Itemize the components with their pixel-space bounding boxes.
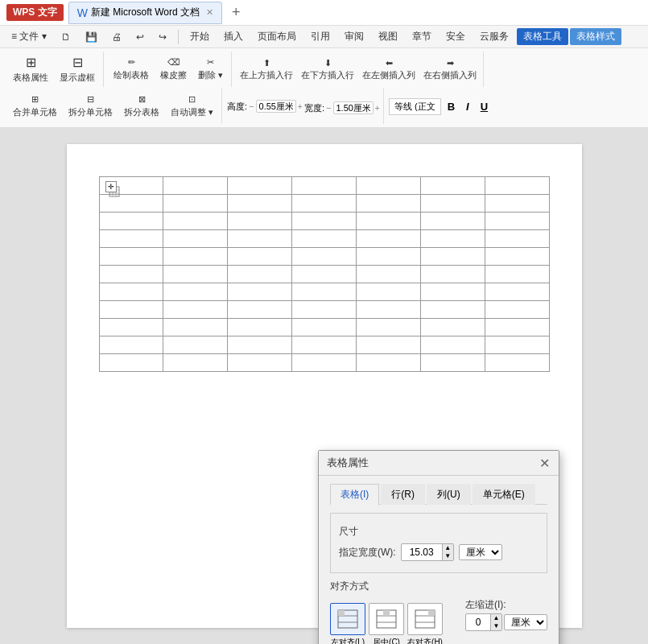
table-cell bbox=[485, 301, 549, 319]
menu-save[interactable]: 💾 bbox=[79, 30, 104, 44]
tb-delete[interactable]: ✂ 删除 ▾ bbox=[193, 53, 228, 85]
table-cell bbox=[420, 354, 485, 372]
menu-print[interactable]: 🖨 bbox=[105, 30, 128, 44]
height-input[interactable] bbox=[256, 100, 296, 113]
tb-merge-cells[interactable]: ⊞ 合并单元格 bbox=[8, 90, 62, 122]
align-left-icon bbox=[336, 609, 359, 630]
tb-draw-table[interactable]: ✏ 绘制表格 bbox=[109, 53, 154, 85]
height-minus[interactable]: − bbox=[249, 101, 254, 111]
table-cell bbox=[485, 248, 549, 266]
table-cell bbox=[356, 319, 420, 336]
indent-spin-down[interactable]: ▼ bbox=[490, 622, 501, 630]
dialog-tab-cell[interactable]: 单元格(E) bbox=[473, 484, 535, 505]
table-cell bbox=[356, 195, 420, 213]
menu-insert[interactable]: 插入 bbox=[217, 28, 250, 45]
table-cell bbox=[99, 266, 163, 283]
tb-table-props[interactable]: ⊞ 表格属性 bbox=[8, 53, 53, 85]
italic-button[interactable]: I bbox=[461, 99, 474, 114]
menu-layout[interactable]: 页面布局 bbox=[251, 28, 303, 45]
table-cell bbox=[228, 248, 292, 266]
tb-split-cells[interactable]: ⊟ 拆分单元格 bbox=[64, 90, 118, 122]
underline-button[interactable]: U bbox=[476, 99, 493, 114]
tb-eraser[interactable]: ⌫ 橡皮擦 bbox=[155, 53, 192, 85]
tb-insert-row-below[interactable]: ⬇ 在下方插入行 bbox=[298, 53, 357, 85]
menu-cloud[interactable]: 云服务 bbox=[473, 28, 515, 45]
tb-insert-col-right[interactable]: ➡ 在右侧插入列 bbox=[420, 53, 480, 85]
width-spin-up[interactable]: ▲ bbox=[442, 544, 453, 552]
font-name-select[interactable]: 等线 (正文 bbox=[389, 98, 441, 115]
tb-split-table[interactable]: ⊠ 拆分表格 bbox=[119, 90, 164, 122]
table-cell bbox=[356, 336, 420, 354]
table-row bbox=[99, 230, 549, 248]
menu-redo[interactable]: ↪ bbox=[152, 30, 173, 44]
menu-file[interactable]: ≡ 文件 ▾ bbox=[5, 28, 53, 45]
dialog-tab-row[interactable]: 行(R) bbox=[381, 484, 425, 505]
insert-col-left-label: 在左侧插入列 bbox=[362, 69, 415, 81]
height-plus[interactable]: + bbox=[298, 101, 303, 111]
menu-reference[interactable]: 引用 bbox=[304, 28, 336, 45]
doc-tab[interactable]: W 新建 Microsoft Word 文档 ✕ bbox=[68, 2, 222, 24]
table-cell bbox=[420, 266, 485, 283]
menu-view[interactable]: 视图 bbox=[372, 28, 404, 45]
table-row bbox=[99, 283, 549, 301]
tb-group-size: 高度: − + 宽度: − + bbox=[224, 89, 384, 124]
align-center-button[interactable] bbox=[369, 603, 404, 635]
table-cell bbox=[420, 177, 485, 195]
table-row bbox=[99, 354, 549, 372]
indent-spin-btns: ▲ ▼ bbox=[490, 614, 501, 630]
table-move-handle[interactable]: ✛ bbox=[105, 181, 117, 192]
width-spin-down[interactable]: ▼ bbox=[442, 552, 453, 560]
table-cell bbox=[292, 354, 357, 372]
dialog-tab-table[interactable]: 表格(I) bbox=[330, 484, 379, 505]
menu-table-style[interactable]: 表格样式 bbox=[570, 28, 621, 45]
table-cell bbox=[356, 266, 420, 283]
menu-start[interactable]: 开始 bbox=[184, 28, 216, 45]
align-right-button[interactable] bbox=[407, 603, 443, 635]
table-cell bbox=[228, 177, 292, 195]
delete-label: 删除 ▾ bbox=[198, 69, 223, 81]
tb-show-virtual[interactable]: ⊟ 显示虚框 bbox=[55, 53, 100, 85]
menu-review[interactable]: 审阅 bbox=[338, 28, 370, 45]
table-cell bbox=[356, 213, 420, 230]
dialog-titlebar[interactable]: 表格属性 ✕ bbox=[319, 451, 559, 476]
menu-table-tools[interactable]: 表格工具 bbox=[517, 28, 568, 45]
indent-value-input[interactable] bbox=[466, 616, 490, 629]
tab-close-icon[interactable]: ✕ bbox=[206, 7, 213, 18]
indent-unit-select[interactable]: 厘米 bbox=[504, 614, 547, 630]
tb-group-props: ⊞ 表格属性 ⊟ 显示虚框 bbox=[5, 52, 104, 87]
table-row bbox=[99, 266, 549, 283]
menu-chapter[interactable]: 章节 bbox=[406, 28, 438, 45]
width-unit-select[interactable]: 厘米 英寸 bbox=[459, 544, 502, 560]
align-left-button[interactable] bbox=[330, 603, 365, 635]
dialog-close-button[interactable]: ✕ bbox=[538, 456, 551, 469]
new-tab-button[interactable]: + bbox=[227, 4, 246, 21]
table-cell bbox=[228, 230, 292, 248]
wps-button[interactable]: WPS 文字 bbox=[6, 4, 64, 21]
tb-insert-col-left[interactable]: ⬅ 在左侧插入列 bbox=[359, 53, 419, 85]
table-cell bbox=[228, 213, 292, 230]
dialog-tab-col[interactable]: 列(U) bbox=[427, 484, 471, 505]
align-left-label: 左对齐(L) bbox=[331, 637, 365, 644]
width-minus[interactable]: − bbox=[326, 103, 331, 113]
table-cell bbox=[292, 248, 357, 266]
width-input[interactable] bbox=[333, 101, 374, 114]
width-label-dialog: 指定宽度(W): bbox=[339, 546, 396, 559]
width-plus[interactable]: + bbox=[375, 103, 380, 113]
tb-insert-row-above[interactable]: ⬆ 在上方插入行 bbox=[237, 53, 296, 85]
table-cell bbox=[292, 301, 357, 319]
table-row bbox=[99, 248, 549, 266]
table-cell bbox=[228, 301, 292, 319]
tb-auto-adjust[interactable]: ⊡ 自动调整 ▾ bbox=[166, 90, 218, 122]
height-label: 高度: bbox=[227, 101, 247, 113]
align-right-icon bbox=[414, 609, 436, 630]
indent-spin-up[interactable]: ▲ bbox=[490, 614, 501, 622]
table-cell bbox=[163, 319, 228, 336]
table-cell bbox=[420, 248, 485, 266]
width-value-input[interactable] bbox=[402, 546, 442, 559]
menu-undo[interactable]: ↩ bbox=[130, 30, 151, 44]
bold-button[interactable]: B bbox=[443, 99, 460, 114]
align-buttons: 左对齐(L) bbox=[330, 603, 443, 644]
menu-security[interactable]: 安全 bbox=[440, 28, 472, 45]
menu-new[interactable]: 🗋 bbox=[55, 30, 77, 44]
table-cell bbox=[356, 177, 420, 195]
